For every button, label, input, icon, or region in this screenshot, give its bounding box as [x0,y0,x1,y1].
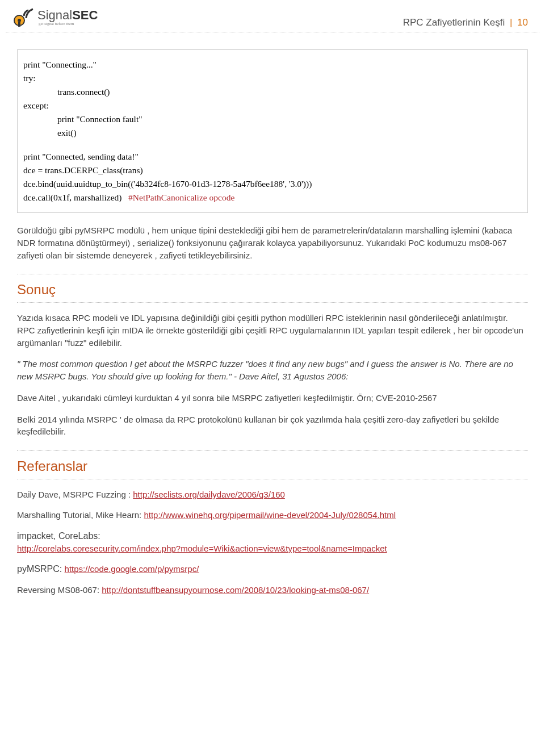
code-comment: #NetPathCanonicalize opcode [128,193,234,202]
ref-label: Marshalling Tutorial, Mike Hearn: [17,510,144,520]
ref-link[interactable]: http://seclists.org/dailydave/2006/q3/16… [133,490,285,499]
code-line: except: [23,99,522,112]
section-rule [17,274,528,274]
header-rule [6,32,539,32]
logo: SignalSEC get signal before them [11,6,98,28]
page-label: RPC Zafiyetlerinin Keşfi | 10 [403,17,528,28]
ref-link[interactable]: http://www.winehq.org/pipermail/wine-dev… [144,510,396,520]
page-sep: | [510,17,512,28]
ref-label: Daily Dave, MSRPC Fuzzing : [17,490,133,499]
paragraph: Dave Aitel , yukarıdaki cümleyi kurdukta… [17,392,528,404]
logo-icon [11,6,34,28]
section-rule [17,450,528,451]
paragraph: Belki 2014 yılında MSRPC ' de olmasa da … [17,413,528,438]
reference-item: Reversing MS08-067: http://dontstuffbean… [17,584,528,596]
reference-item: pyMSRPC: https://code.google.com/p/pymsr… [17,562,528,575]
svg-rect-2 [18,22,20,27]
section-rule [17,479,528,479]
reference-item: impacket, CoreLabs: http://corelabs.core… [17,529,528,555]
ref-link[interactable]: http://dontstuffbeansupyournose.com/2008… [102,585,369,595]
code-line: print "Connected, sending data!" [23,150,522,164]
code-block: print "Connecting..." try: trans.connect… [17,49,528,213]
svg-point-1 [18,19,21,22]
main-content: print "Connecting..." try: trans.connect… [0,49,545,615]
paragraph: Görüldüğü gibi pyMSRPC modülü , hem uniq… [17,224,528,261]
code-line: dce.call(0x1f, marshallized) #NetPathCan… [23,191,522,204]
logo-text: SignalSEC get signal before them [37,8,98,26]
reference-item: Marshalling Tutorial, Mike Hearn: http:/… [17,509,528,521]
logo-tagline: get signal before them [39,22,98,26]
logo-brand-a: Signal [37,8,72,22]
code-line: trans.connect() [23,85,522,99]
ref-label: impacket, CoreLabs: [17,531,100,541]
ref-link[interactable]: https://code.google.com/p/pymsrpc/ [65,564,199,574]
logo-brand-b: SEC [72,8,98,22]
code-line: try: [23,72,522,85]
code-line: print "Connecting..." [23,58,522,72]
ref-link[interactable]: http://corelabs.coresecurity.com/index.p… [17,544,387,553]
code-line: dce.bind(uuid.uuidtup_to_bin(('4b324fc8-… [23,177,522,191]
section-heading-sonuc: Sonuç [17,280,528,300]
page-header: SignalSEC get signal before them RPC Zaf… [0,0,545,32]
paragraph: Yazıda kısaca RPC modeli ve IDL yapısına… [17,312,528,349]
code-line: print "Connection fault" [23,112,522,126]
ref-label: Reversing MS08-067: [17,585,102,595]
code-line: exit() [23,126,522,140]
code-line: dce = trans.DCERPC_class(trans) [23,164,522,177]
page-title: RPC Zafiyetlerinin Keşfi [403,17,505,28]
section-rule [17,302,528,303]
paragraph-quote: " The most common question I get about t… [17,358,528,383]
ref-label: pyMSRPC: [17,564,65,574]
section-heading-referanslar: Referanslar [17,457,528,477]
reference-item: Daily Dave, MSRPC Fuzzing : http://secli… [17,488,528,501]
page-number: 10 [517,17,528,28]
